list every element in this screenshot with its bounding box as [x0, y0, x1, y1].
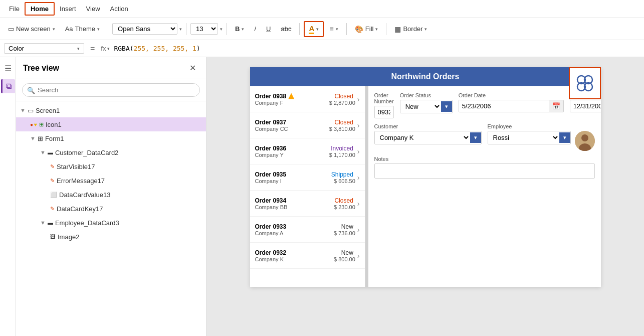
app-title: Northwind Orders	[391, 72, 459, 81]
order-num-0937: Order 0937	[255, 119, 329, 126]
order-status-0934: Closed	[334, 197, 353, 204]
order-status-select[interactable]: New Closed Shipped Invoiced	[400, 100, 441, 113]
formula-eq: =	[88, 44, 97, 53]
tree-item-icon1[interactable]: ● ♥ ⊞ Icon1	[16, 117, 206, 131]
theme-button[interactable]: Aa Theme ▾	[61, 23, 104, 35]
warn-icon-0938	[288, 93, 294, 99]
tree-search-input[interactable]	[22, 83, 200, 97]
order-date-wrapper: 📅	[459, 100, 564, 112]
tree-item-form1[interactable]: ▼ ⊞ Form1	[16, 131, 206, 145]
order-item-0936[interactable]: Order 0936 Company Y Invoiced $ 1,170.00…	[250, 138, 365, 164]
new-screen-button[interactable]: ▭ New screen ▾	[4, 23, 59, 35]
orders-layout: Order 0938 Company F Closed $ 2,870.00 ›	[250, 86, 601, 287]
order-date-calendar-icon[interactable]: 📅	[549, 100, 563, 112]
layers-icon-button[interactable]: ⧉	[1, 79, 15, 93]
italic-button[interactable]: /	[250, 23, 260, 35]
align-button[interactable]: ≡ ▾	[326, 23, 342, 35]
notes-label: Notes	[374, 156, 595, 162]
formula-fx-button[interactable]: fx ▾	[101, 45, 110, 52]
tree-item-image2[interactable]: 🖼 Image2	[16, 230, 206, 244]
tree-item-datacardkey17[interactable]: ✎ DataCardKey17	[16, 202, 206, 216]
order-item-0932[interactable]: Order 0932 Company K New $ 800.00 ›	[250, 243, 365, 269]
order-date-input[interactable]	[459, 100, 549, 112]
tree-item-datacardvalue13[interactable]: ⬜ DataCardValue13	[16, 188, 206, 202]
order-num-0934: Order 0934	[255, 197, 334, 204]
order-number-label: Order Number	[374, 92, 394, 104]
formula-args: 255, 255, 255, 1	[134, 45, 196, 52]
order-status-0935: Shipped	[331, 171, 353, 178]
order-item-0938[interactable]: Order 0938 Company F Closed $ 2,870.00 ›	[250, 86, 365, 112]
paid-date-input[interactable]	[570, 100, 601, 112]
order-status-0937: Closed	[329, 119, 353, 126]
order-item-0934[interactable]: Order 0934 Company BB Closed $ 230.00 ›	[250, 191, 365, 217]
formula-content[interactable]: RGBA(255, 255, 255, 1)	[114, 45, 200, 52]
order-status-0932: New	[334, 249, 353, 256]
hamburger-icon: ☰	[5, 64, 12, 73]
tree-item-employee-dc3[interactable]: ▼ ▬ Employee_DataCard3	[16, 216, 206, 230]
toolbar-separator-5	[346, 23, 347, 35]
font-family-select[interactable]: Open Sans	[112, 23, 177, 35]
tree-header: Tree view ✕	[16, 57, 206, 79]
toolbar-separator-3	[227, 23, 227, 35]
fill-button[interactable]: 🎨 Fill ▾	[351, 23, 382, 35]
order-chevron-0935: ›	[357, 174, 360, 182]
border-button[interactable]: ▦ Border ▾	[390, 23, 431, 35]
order-item-0937[interactable]: Order 0937 Company CC Closed $ 3,810.00 …	[250, 112, 365, 138]
menu-view[interactable]: View	[81, 3, 105, 15]
star-icon: ♥	[34, 122, 37, 127]
main-layout: ☰ ⧉ Tree view ✕ 🔍 ▼ ▭ Screen1	[0, 57, 644, 336]
order-item-0933[interactable]: Order 0933 Company A New $ 736.00 ›	[250, 217, 365, 243]
formula-close: )	[196, 45, 200, 52]
customer-label: Customer	[374, 123, 482, 129]
employee-row: Rossi ▾	[488, 131, 595, 151]
customer-select[interactable]: Company K	[375, 131, 470, 144]
hamburger-icon-button[interactable]: ☰	[1, 61, 15, 75]
property-dropdown[interactable]: Color ▾	[4, 43, 84, 54]
errormessage-icon: ✎	[50, 178, 55, 184]
order-status-arrow-icon: ▾	[441, 101, 452, 112]
strikethrough-button[interactable]: abc	[277, 23, 295, 35]
tree-item-screen1[interactable]: ▼ ▭ Screen1	[16, 103, 206, 117]
toolbar: ▭ New screen ▾ Aa Theme ▾ Open Sans ▾ 13…	[0, 18, 644, 40]
order-num-0933: Order 0933	[255, 223, 334, 230]
order-item-0935[interactable]: Order 0935 Company I Shipped $ 606.50 ›	[250, 164, 365, 191]
order-company-0936: Company Y	[255, 152, 329, 158]
fx-chevron-icon: ▾	[107, 46, 110, 51]
notes-input[interactable]	[374, 163, 595, 179]
order-date-field: Order Date 📅	[459, 92, 564, 118]
underline-button[interactable]: U	[262, 23, 275, 35]
theme-icon: Aa	[65, 25, 73, 33]
powerapps-icon-box[interactable]	[569, 67, 601, 99]
menu-home[interactable]: Home	[25, 2, 55, 16]
menu-insert[interactable]: Insert	[55, 3, 81, 15]
app-header: Northwind Orders	[250, 67, 601, 86]
font-size-select[interactable]: 13	[190, 23, 218, 35]
tree-item-errormessage17[interactable]: ✎ ErrorMessage17	[16, 174, 206, 188]
align-chevron-icon: ▾	[336, 27, 338, 32]
chevron-down-icon: ▾	[53, 27, 55, 32]
bold-button[interactable]: B ▾	[231, 23, 248, 35]
menu-action[interactable]: Action	[105, 3, 133, 15]
toolbar-separator-2	[186, 23, 186, 35]
tree-close-button[interactable]: ✕	[186, 62, 199, 74]
order-status-0936: Invoiced	[329, 145, 353, 152]
employee-select[interactable]: Rossi	[488, 131, 559, 144]
employee-label: Employee	[488, 123, 595, 129]
toolbar-separator-1	[108, 23, 108, 35]
order-chevron-0933: ›	[357, 226, 360, 234]
tree-item-customer-dc2[interactable]: ▼ ▬ Customer_DataCard2	[16, 145, 206, 159]
layers-icon: ⧉	[6, 82, 12, 91]
font-color-button[interactable]: A ▾	[304, 21, 324, 37]
order-num-0938: Order 0938	[255, 93, 329, 100]
tree-arrow-employee-dc3: ▼	[40, 220, 46, 226]
order-chevron-0937: ›	[357, 121, 360, 129]
tree-item-starvisible17[interactable]: ✎ StarVisible17	[16, 159, 206, 174]
menu-file[interactable]: File	[4, 3, 25, 15]
tree-panel: Tree view ✕ 🔍 ▼ ▭ Screen1 ● ♥	[16, 57, 206, 336]
order-amount-0935: $ 606.50	[331, 178, 355, 184]
order-number-input[interactable]	[374, 106, 394, 118]
canvas-area: Northwind Orders	[206, 57, 644, 336]
order-company-0937: Company CC	[255, 126, 329, 132]
sidebar-icons: ☰ ⧉	[0, 57, 16, 336]
border-chevron-icon: ▾	[424, 27, 427, 32]
